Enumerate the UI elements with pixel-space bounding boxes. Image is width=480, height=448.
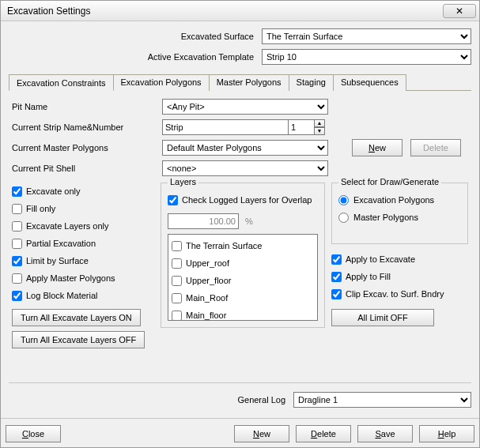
- apply-to-excavate-checkbox[interactable]: Apply to Excavate: [331, 250, 468, 268]
- chevron-down-icon[interactable]: ▼: [314, 127, 325, 135]
- footer-help-button[interactable]: Help: [419, 425, 474, 442]
- general-log-label: General Log: [9, 395, 293, 405]
- turn-all-layers-on-button[interactable]: Turn All Excavate Layers ON: [12, 309, 141, 326]
- strip-number-input[interactable]: [288, 119, 315, 135]
- general-log-select[interactable]: Dragline 1: [293, 392, 471, 408]
- fill-only-checkbox[interactable]: Fill only: [12, 200, 154, 217]
- right-column: Select for Draw/Generate Excavation Poly…: [331, 183, 468, 348]
- window: Excavation Settings ✕ Excavated Surface …: [0, 0, 480, 448]
- apply-to-fill-checkbox[interactable]: Apply to Fill: [331, 268, 468, 285]
- excavate-layers-only-checkbox[interactable]: Excavate Layers only: [12, 217, 154, 235]
- partial-excavation-checkbox[interactable]: Partial Excavation: [12, 235, 154, 252]
- titlebar: Excavation Settings ✕: [1, 1, 479, 21]
- chevron-up-icon[interactable]: ▲: [314, 119, 325, 127]
- excavation-polygons-radio[interactable]: Excavation Polygons: [338, 191, 461, 209]
- clip-excav-checkbox[interactable]: Clip Excav. to Surf. Bndry: [331, 285, 468, 303]
- tab-staging[interactable]: Staging: [289, 74, 334, 91]
- drawgen-groupbox: Select for Draw/Generate Excavation Poly…: [331, 183, 468, 244]
- limit-by-surface-checkbox[interactable]: Limit by Surface: [12, 252, 154, 269]
- close-icon[interactable]: ✕: [443, 4, 476, 18]
- active-template-select[interactable]: Strip 10: [262, 49, 471, 65]
- tab-excavation-polygons[interactable]: Excavation Polygons: [113, 74, 210, 91]
- tab-panel: Pit Name <Any Pit> Current Strip Name&Nu…: [9, 91, 471, 379]
- tab-excavation-constraints[interactable]: Excavation Constraints: [9, 74, 114, 91]
- footer-delete-button[interactable]: Delete: [296, 425, 351, 442]
- window-title: Excavation Settings: [7, 6, 443, 17]
- footer-save-button[interactable]: Save: [357, 425, 413, 442]
- list-item[interactable]: Upper_floor: [172, 272, 314, 289]
- percent-suffix: %: [245, 216, 253, 226]
- pit-shell-label: Current Pit Shell: [12, 164, 162, 173]
- tab-subsequences[interactable]: Subsequences: [333, 74, 406, 91]
- layers-column: Layers Check Logged Layers for Overlap %…: [161, 183, 325, 348]
- pit-name-select[interactable]: <Any Pit>: [162, 99, 328, 115]
- drawgen-legend: Select for Draw/Generate: [338, 177, 441, 186]
- new-button[interactable]: New: [352, 139, 403, 156]
- excavated-surface-select[interactable]: The Terrain Surface: [262, 28, 471, 44]
- check-overlap-checkbox[interactable]: Check Logged Layers for Overlap: [168, 191, 318, 209]
- all-limit-off-button[interactable]: All Limit OFF: [331, 309, 434, 326]
- log-block-material-checkbox[interactable]: Log Block Material: [12, 287, 154, 304]
- apply-master-polygons-checkbox[interactable]: Apply Master Polygons: [12, 269, 154, 287]
- active-template-label: Active Excavation Template: [9, 52, 262, 62]
- excavated-surface-label: Excavated Surface: [9, 32, 262, 41]
- list-item[interactable]: The Terrain Surface: [172, 237, 314, 254]
- bottom-bar: Close New Delete Save Help: [1, 418, 479, 447]
- layers-groupbox: Layers Check Logged Layers for Overlap %…: [161, 183, 325, 328]
- master-polygons-select[interactable]: Default Master Polygons: [162, 140, 328, 156]
- tabstrip: Excavation Constraints Excavation Polygo…: [9, 73, 471, 91]
- list-item[interactable]: Upper_roof: [172, 254, 314, 272]
- strip-name-input[interactable]: [162, 119, 289, 135]
- footer-new-button[interactable]: New: [234, 425, 289, 442]
- percent-input: [168, 213, 239, 229]
- left-checkbox-column: Excavate only Fill only Excavate Layers …: [12, 183, 154, 348]
- close-button[interactable]: Close: [6, 425, 61, 442]
- content: Excavated Surface The Terrain Surface Ac…: [1, 21, 479, 418]
- delete-button: Delete: [410, 139, 461, 156]
- pit-shell-select[interactable]: <none>: [162, 160, 328, 176]
- turn-all-layers-off-button[interactable]: Turn All Excavate Layers OFF: [12, 331, 145, 348]
- layers-listbox[interactable]: The Terrain Surface Upper_roof Upper_flo…: [168, 234, 318, 321]
- strip-number-spinner[interactable]: ▲ ▼: [314, 119, 325, 135]
- pit-name-label: Pit Name: [12, 102, 162, 111]
- layers-legend: Layers: [168, 177, 198, 186]
- strip-label: Current Strip Name&Number: [12, 122, 162, 132]
- list-item[interactable]: Main_floor: [172, 307, 314, 321]
- list-item[interactable]: Main_Roof: [172, 289, 314, 307]
- master-polygons-radio[interactable]: Master Polygons: [338, 209, 461, 226]
- excavate-only-checkbox[interactable]: Excavate only: [12, 183, 154, 200]
- tab-master-polygons[interactable]: Master Polygons: [209, 74, 289, 91]
- master-polygons-label: Current Master Polygons: [12, 143, 162, 152]
